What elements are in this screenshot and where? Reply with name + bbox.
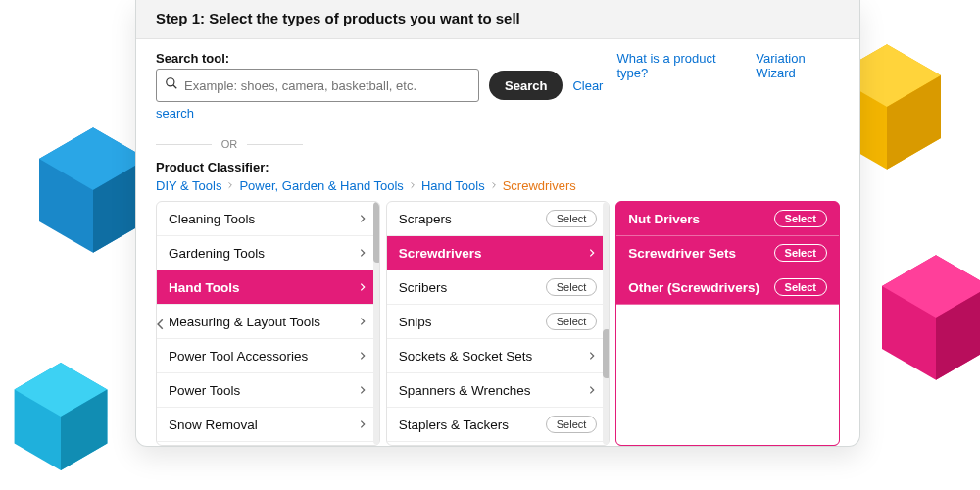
chevron-right-icon <box>406 178 419 193</box>
col1-item[interactable]: Measuring & Layout Tools <box>157 305 379 339</box>
col2-item[interactable]: ScribersSelect <box>387 270 610 305</box>
item-label: Measuring & Layout Tools <box>169 315 320 329</box>
chevron-right-icon <box>587 246 597 260</box>
select-button[interactable]: Select <box>546 210 598 227</box>
panel-header: Step 1: Select the types of products you… <box>136 0 859 39</box>
svg-point-12 <box>167 78 174 86</box>
search-input-wrap[interactable] <box>156 69 479 102</box>
item-label: Cleaning Tools <box>169 212 255 226</box>
decor-cube-pink <box>882 255 980 380</box>
or-divider: OR <box>156 138 303 150</box>
chevron-right-icon <box>358 417 368 431</box>
search-label: Search tool: <box>156 51 603 66</box>
col3-item[interactable]: Screwdriver SetsSelect <box>616 236 839 270</box>
col1-item[interactable]: Snow Removal <box>157 408 379 442</box>
breadcrumb-item[interactable]: DIY & Tools <box>156 178 221 193</box>
item-label: Gardening Tools <box>169 246 265 261</box>
select-button[interactable]: Select <box>546 278 598 296</box>
decor-cube-blue <box>39 127 147 253</box>
item-label: Nut Drivers <box>628 212 700 226</box>
empty-space <box>616 305 839 445</box>
column-2: ScrapersSelectScrewdriversScribersSelect… <box>386 201 611 446</box>
col3-item[interactable]: Nut DriversSelect <box>616 202 839 236</box>
search-button[interactable]: Search <box>489 71 563 100</box>
select-button[interactable]: Select <box>774 278 827 296</box>
item-label: Scribers <box>399 280 448 295</box>
column-1: Cleaning ToolsGardening ToolsHand ToolsM… <box>156 201 380 446</box>
select-button[interactable]: Select <box>774 244 827 262</box>
item-label: Scrapers <box>399 212 452 226</box>
scrollbar[interactable] <box>373 202 380 445</box>
search-input[interactable] <box>178 78 470 93</box>
chevron-right-icon <box>587 349 597 363</box>
chevron-right-icon <box>358 383 368 397</box>
svg-line-13 <box>173 85 177 89</box>
item-label: Other (Screwdrivers) <box>628 280 760 295</box>
item-label: Screwdrivers <box>399 246 482 261</box>
chevron-right-icon <box>587 383 597 397</box>
select-button[interactable]: Select <box>546 313 598 330</box>
column-3: Nut DriversSelectScrewdriver SetsSelectO… <box>615 201 840 446</box>
search-below-link[interactable]: search <box>156 106 603 121</box>
item-label: Power Tool Accessories <box>169 349 308 364</box>
select-button[interactable]: Select <box>774 210 827 227</box>
col1-item[interactable]: Gardening Tools <box>157 236 379 270</box>
chevron-right-icon <box>358 349 368 363</box>
col1-item[interactable]: Hand Tools <box>157 270 379 305</box>
col2-item[interactable]: ScrapersSelect <box>387 202 610 236</box>
chevron-right-icon <box>223 178 237 193</box>
col1-item[interactable]: Cleaning Tools <box>157 202 379 236</box>
chevron-right-icon <box>358 212 368 225</box>
variation-wizard-link[interactable]: Variation Wizard <box>756 51 840 80</box>
col1-item[interactable]: Power Tool Accessories <box>157 339 379 373</box>
col3-item[interactable]: Other (Screwdrivers)Select <box>616 270 839 305</box>
classifier-label: Product Classifier: <box>156 160 840 174</box>
item-label: Hand Tools <box>169 280 240 295</box>
chevron-right-icon <box>487 178 501 193</box>
chevron-right-icon <box>358 280 368 294</box>
page-title: Step 1: Select the types of products you… <box>156 10 520 26</box>
select-button[interactable]: Select <box>546 416 598 433</box>
col2-item[interactable]: Staplers & TackersSelect <box>387 408 610 442</box>
item-label: Sockets & Socket Sets <box>399 349 533 364</box>
item-label: Staplers & Tackers <box>399 417 509 432</box>
col1-item[interactable]: Power Tools <box>157 373 379 408</box>
breadcrumb: DIY & ToolsPower, Garden & Hand ToolsHan… <box>156 178 840 193</box>
col2-item[interactable]: Spanners & Wrenches <box>387 373 610 408</box>
main-panel: Step 1: Select the types of products you… <box>135 0 860 447</box>
clear-link[interactable]: Clear <box>572 78 603 93</box>
col2-item[interactable]: SnipsSelect <box>387 305 610 339</box>
item-label: Snow Removal <box>169 417 258 432</box>
item-label: Spanners & Wrenches <box>399 383 531 398</box>
search-icon <box>165 76 178 94</box>
scroll-left-button[interactable] <box>150 305 172 344</box>
breadcrumb-item[interactable]: Hand Tools <box>421 178 485 193</box>
breadcrumb-item[interactable]: Power, Garden & Hand Tools <box>239 178 403 193</box>
col2-item[interactable]: Screwdrivers <box>387 236 610 270</box>
breadcrumb-item: Screwdrivers <box>503 178 576 193</box>
scrollbar[interactable] <box>603 202 610 445</box>
decor-cube-cyan <box>14 363 108 470</box>
item-label: Snips <box>399 315 432 329</box>
item-label: Screwdriver Sets <box>628 246 736 261</box>
what-is-product-type-link[interactable]: What is a product type? <box>616 51 738 80</box>
col2-item[interactable]: Sockets & Socket Sets <box>387 339 610 373</box>
col1-item[interactable]: Tool Organisers <box>157 442 379 446</box>
chevron-right-icon <box>358 315 368 328</box>
item-label: Power Tools <box>169 383 240 398</box>
chevron-right-icon <box>358 246 368 260</box>
classifier-columns: Cleaning ToolsGardening ToolsHand ToolsM… <box>156 201 840 446</box>
